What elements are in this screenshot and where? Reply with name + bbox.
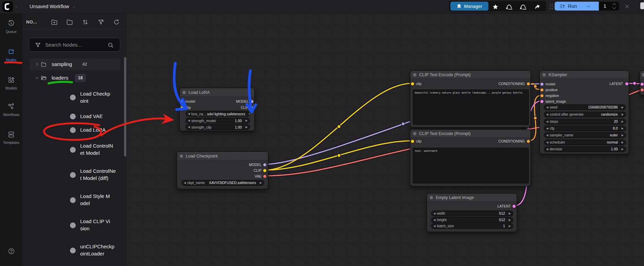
widget-strength-model[interactable]: ◀strength_model1.00▶	[185, 118, 250, 123]
widget-decrement-arrow[interactable]: ◀	[546, 146, 548, 152]
widget-increment-arrow[interactable]: ▶	[622, 112, 624, 117]
decrement-icon[interactable]	[612, 7, 616, 10]
widget-seed[interactable]: ◀seed156680208700286▶	[544, 104, 626, 110]
widget-batch-size[interactable]: ◀batch_size1▶	[431, 223, 513, 229]
widget-height[interactable]: ◀height512▶	[431, 217, 513, 223]
widget-increment-arrow[interactable]: ▶	[622, 146, 624, 152]
comfyui-logo[interactable]	[2, 1, 13, 12]
widget-increment-arrow[interactable]: ▶	[260, 180, 262, 186]
widget-increment-arrow[interactable]: ▶	[246, 118, 248, 123]
folder-row-sampling[interactable]: sampling 42	[30, 59, 121, 70]
sidebar-item-nodes[interactable]: Nodes	[0, 48, 22, 62]
widget-increment-arrow[interactable]: ▶	[509, 223, 511, 229]
node-collapse-dot[interactable]	[413, 132, 416, 135]
widget-scheduler[interactable]: ◀schedulernormal▶	[544, 139, 626, 145]
input-slot-vae[interactable]	[640, 88, 644, 92]
input-slot-positive[interactable]	[540, 88, 544, 92]
output-slot-latent[interactable]	[625, 82, 629, 86]
widget-increment-arrow[interactable]: ▶	[622, 119, 624, 124]
input-slot-clip[interactable]	[411, 82, 414, 86]
node-collapse-dot[interactable]	[642, 73, 644, 77]
node-load-checkpoint[interactable]: Load Checkpoint MODEL CLIP VAE ◀ckpt_nam…	[177, 151, 268, 189]
widget-increment-arrow[interactable]: ▶	[622, 132, 624, 138]
refresh-icon[interactable]	[113, 19, 120, 26]
node-collapse-dot[interactable]	[182, 91, 186, 94]
search-nodes-input[interactable]: Search Nodes...	[29, 38, 120, 52]
prompt-textarea[interactable]: beautiful scenery nature glass bottle la…	[413, 89, 529, 125]
output-slot-clip[interactable]	[263, 169, 267, 172]
widget-decrement-arrow[interactable]: ◀	[546, 104, 548, 110]
share-icon[interactable]	[534, 3, 541, 10]
input-slot-model[interactable]	[540, 82, 544, 86]
input-slot-clip[interactable]	[180, 106, 184, 110]
widget-decrement-arrow[interactable]: ◀	[546, 112, 548, 117]
node-collapse-dot[interactable]	[542, 73, 546, 77]
output-slot-conditioning[interactable]	[526, 139, 530, 143]
widget-decrement-arrow[interactable]: ◀	[433, 223, 435, 229]
output-slot-conditioning[interactable]	[526, 82, 530, 86]
widget-increment-arrow[interactable]: ▶	[249, 111, 250, 117]
widget-control-after-generate[interactable]: ◀control after generaterandomize▶	[544, 112, 626, 117]
output-slot-model[interactable]	[263, 163, 267, 167]
widget-denoise[interactable]: ◀denoise1.00▶	[544, 146, 626, 152]
increment-icon[interactable]	[612, 2, 616, 5]
node-collapse-dot[interactable]	[430, 196, 433, 199]
output-slot-clip[interactable]	[250, 106, 254, 110]
widget-decrement-arrow[interactable]: ◀	[546, 126, 548, 131]
widget-steps[interactable]: ◀steps20▶	[544, 119, 626, 124]
widget-increment-arrow[interactable]: ▶	[622, 126, 624, 131]
node-load-lora[interactable]: Load LoRA model MODEL clip CLIP ◀lora_na…	[179, 88, 255, 131]
input-slot-clip[interactable]	[411, 139, 414, 143]
input-slot-latent-image[interactable]	[540, 100, 544, 103]
node-partial-right[interactable]	[640, 70, 644, 95]
widget-sampler-name[interactable]: ◀sampler_nameeuler▶	[544, 132, 626, 138]
close-icon[interactable]	[624, 4, 630, 9]
node-ksampler[interactable]: KSampler model positive negative latent_…	[539, 70, 629, 154]
manager-button[interactable]: Manager	[450, 2, 488, 11]
widget-decrement-arrow[interactable]: ◀	[546, 132, 548, 138]
output-slot-model[interactable]	[250, 100, 254, 103]
input-slot-model[interactable]	[180, 100, 184, 103]
sidebar-help-button[interactable]	[0, 248, 22, 256]
filter-clear-icon[interactable]	[97, 19, 104, 26]
folder-row-loaders[interactable]: loaders 18	[30, 72, 121, 84]
widget-cfg[interactable]: ◀cfg8.0▶	[544, 126, 626, 131]
sidebar-item-models[interactable]: Models	[0, 76, 22, 90]
batch-count-control[interactable]: 1	[599, 2, 619, 11]
widget-width[interactable]: ◀width512▶	[431, 211, 513, 216]
widget-decrement-arrow[interactable]: ◀	[188, 111, 190, 117]
panel-scrollbar[interactable]	[124, 57, 126, 156]
new-folder-icon[interactable]	[51, 19, 58, 26]
lasso-tool-icon[interactable]	[505, 3, 514, 11]
workflow-title[interactable]: Unsaved Workflow	[30, 4, 69, 9]
widget-increment-arrow[interactable]: ▶	[509, 211, 511, 216]
sort-icon[interactable]	[82, 19, 89, 26]
run-button[interactable]: Run	[555, 2, 599, 11]
run-options-caret[interactable]	[586, 4, 591, 9]
widget-decrement-arrow[interactable]: ◀	[184, 180, 186, 186]
drag-handle-icon[interactable]	[549, 3, 554, 10]
widget-strength-clip[interactable]: ◀strength_clip1.00▶	[185, 124, 250, 130]
node-clip-text-encode-negative[interactable]: CLIP Text Encode (Prompt) clip CONDITION…	[410, 129, 531, 186]
widget-increment-arrow[interactable]: ▶	[509, 217, 511, 223]
workflow-title-caret[interactable]	[72, 5, 75, 9]
logo-menu-caret[interactable]	[15, 5, 18, 9]
output-slot-vae[interactable]	[263, 174, 267, 178]
output-slot-latent[interactable]	[512, 204, 516, 208]
widget-lora-name[interactable]: ◀lora_na ...sdxl lighting.safetensors▶	[185, 111, 250, 117]
widget-decrement-arrow[interactable]: ◀	[546, 139, 548, 145]
sidebar-item-queue[interactable]: Queue	[0, 20, 22, 34]
widget-increment-arrow[interactable]: ▶	[622, 139, 624, 145]
input-slot-negative[interactable]	[540, 94, 544, 98]
node-empty-latent-image[interactable]: Empty Latent Image LATENT ◀width512▶ ◀he…	[427, 193, 517, 232]
node-collapse-dot[interactable]	[180, 154, 183, 158]
widget-decrement-arrow[interactable]: ◀	[433, 217, 435, 223]
node-clip-text-encode-positive[interactable]: CLIP Text Encode (Prompt) clip CONDITION…	[410, 70, 531, 128]
node-collapse-dot[interactable]	[413, 73, 416, 77]
widget-decrement-arrow[interactable]: ◀	[433, 211, 435, 216]
widget-decrement-arrow[interactable]: ◀	[188, 124, 190, 130]
input-slot-samples[interactable]	[640, 82, 644, 86]
edge-partial-button[interactable]	[640, 2, 644, 9]
widget-decrement-arrow[interactable]: ◀	[546, 119, 548, 124]
prompt-textarea[interactable]: text, watermark	[413, 148, 529, 183]
